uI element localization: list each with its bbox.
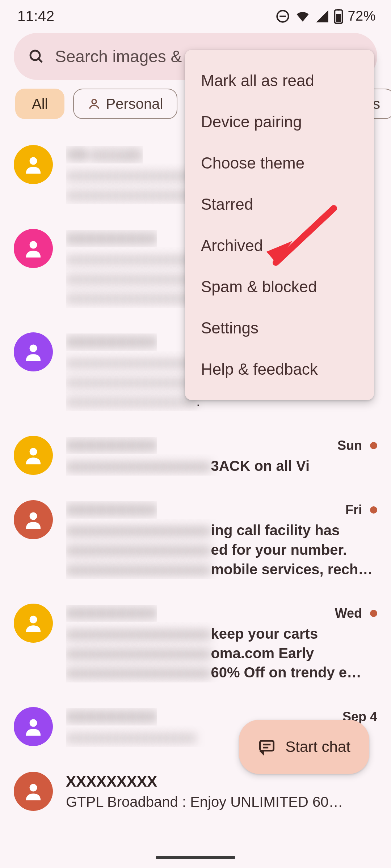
avatar bbox=[14, 229, 53, 268]
sender-name: XXXXXXXXX bbox=[66, 437, 157, 454]
avatar bbox=[14, 604, 53, 643]
svg-point-8 bbox=[30, 157, 37, 165]
sender-name: XXXXXXXXX bbox=[66, 708, 157, 726]
unread-dot-icon bbox=[370, 442, 377, 449]
menu-item-starred[interactable]: Starred bbox=[185, 184, 374, 225]
avatar bbox=[14, 332, 53, 371]
conversation-date: Wed bbox=[335, 606, 377, 621]
conversation-preview: xxxxxxxxxxxxxxxxxxing call facility hasx… bbox=[66, 519, 374, 579]
conversation-date: Fri bbox=[345, 502, 377, 518]
svg-point-15 bbox=[30, 784, 37, 791]
menu-item-mark-all-as-read[interactable]: Mark all as read bbox=[185, 60, 374, 101]
avatar bbox=[14, 707, 53, 746]
svg-point-12 bbox=[30, 512, 37, 520]
svg-point-7 bbox=[92, 99, 96, 104]
conversation-row[interactable]: XXXXXXXXXFrixxxxxxxxxxxxxxxxxxing call f… bbox=[14, 500, 377, 579]
svg-point-14 bbox=[30, 719, 37, 727]
sender-name: XXXXXXXXX bbox=[66, 501, 157, 519]
wifi-icon bbox=[295, 8, 311, 24]
conversation-row[interactable]: XXXXXXXXXWedxxxxxxxxxxxxxxxxxxkeep your … bbox=[14, 604, 377, 682]
search-placeholder: Search images & v bbox=[55, 47, 195, 66]
status-bar: 11:42 72% bbox=[0, 0, 391, 28]
conversation-date: Sun bbox=[337, 438, 377, 453]
conversation-row[interactable]: XXXXXXXXXSunxxxxxxxxxxxxxxxxxx3ACK on al… bbox=[14, 436, 377, 476]
menu-item-device-pairing[interactable]: Device pairing bbox=[185, 101, 374, 142]
status-icons: 72% bbox=[275, 8, 376, 24]
menu-item-spam-blocked[interactable]: Spam & blocked bbox=[185, 266, 374, 307]
unread-dot-icon bbox=[370, 610, 377, 617]
svg-point-5 bbox=[30, 51, 40, 60]
svg-point-10 bbox=[30, 344, 37, 352]
overflow-menu[interactable]: Mark all as readDevice pairingChoose the… bbox=[185, 50, 374, 400]
dnd-icon bbox=[275, 9, 290, 24]
conversation-row[interactable]: XXXXXXXXXGTPL Broadband : Enjoy UNLIMITE… bbox=[14, 772, 377, 812]
sender-name: XXXXXXXXX bbox=[66, 230, 157, 247]
menu-item-help-feedback[interactable]: Help & feedback bbox=[185, 349, 374, 390]
search-icon bbox=[28, 48, 45, 65]
conversation-preview: GTPL Broadband : Enjoy UNLIMITED 60… bbox=[66, 790, 374, 812]
chip-personal[interactable]: Personal bbox=[73, 89, 177, 119]
avatar bbox=[14, 145, 53, 184]
unread-dot-icon bbox=[370, 506, 377, 514]
start-chat-fab[interactable]: Start chat bbox=[239, 720, 369, 774]
battery-percent: 72% bbox=[348, 8, 376, 24]
avatar bbox=[14, 436, 53, 475]
fab-label: Start chat bbox=[285, 738, 350, 756]
menu-item-choose-theme[interactable]: Choose theme bbox=[185, 142, 374, 184]
avatar bbox=[14, 500, 53, 539]
chat-icon bbox=[258, 738, 276, 756]
cellular-icon bbox=[315, 9, 329, 24]
conversation-body: XXXXXXXXXGTPL Broadband : Enjoy UNLIMITE… bbox=[66, 772, 377, 812]
svg-line-6 bbox=[38, 59, 42, 62]
battery-icon bbox=[334, 9, 343, 24]
sender-name: XXXXXXXXX bbox=[66, 333, 157, 351]
svg-point-13 bbox=[30, 616, 37, 624]
svg-rect-4 bbox=[336, 14, 341, 22]
conversation-preview: xxxxxxxxxxxxxxxxxx3ACK on all Vi bbox=[66, 454, 374, 476]
svg-point-9 bbox=[30, 241, 37, 249]
conversation-body: XXXXXXXXXFrixxxxxxxxxxxxxxxxxxing call f… bbox=[66, 500, 377, 579]
chip-label: Personal bbox=[106, 96, 163, 112]
menu-item-archived[interactable]: Archived bbox=[185, 225, 374, 266]
sender-name: XXXXXXXXX bbox=[66, 773, 157, 790]
avatar bbox=[14, 772, 53, 811]
svg-rect-3 bbox=[337, 9, 340, 10]
chip-label: All bbox=[32, 96, 48, 112]
person-icon bbox=[88, 97, 101, 110]
conversation-body: XXXXXXXXXWedxxxxxxxxxxxxxxxxxxkeep your … bbox=[66, 604, 377, 682]
menu-item-settings[interactable]: Settings bbox=[185, 307, 374, 349]
status-time: 11:42 bbox=[17, 8, 55, 24]
svg-point-11 bbox=[30, 448, 37, 455]
chip-all[interactable]: All bbox=[15, 89, 64, 119]
sender-name: XXXXXXXXX bbox=[66, 605, 157, 622]
conversation-body: XXXXXXXXXSunxxxxxxxxxxxxxxxxxx3ACK on al… bbox=[66, 436, 377, 476]
conversation-preview: xxxxxxxxxxxxxxxxxxkeep your cartsxxxxxxx… bbox=[66, 622, 374, 682]
sender-name: VD-111121 bbox=[66, 146, 143, 163]
gesture-nav-pill bbox=[156, 856, 235, 859]
svg-rect-17 bbox=[260, 741, 274, 750]
